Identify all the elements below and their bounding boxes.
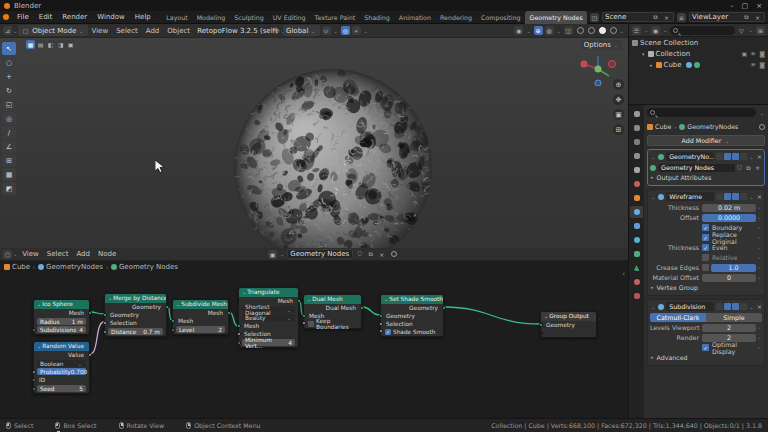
breadcrumb-object[interactable]: Cube — [655, 123, 671, 130]
ortho-toggle-icon[interactable]: ⊞ — [613, 124, 624, 135]
menu-render[interactable]: Render — [57, 13, 92, 21]
even-checkbox[interactable]: ✓ — [702, 244, 709, 251]
tab-animation[interactable]: Animation — [394, 11, 435, 24]
tool-annotate[interactable]: ∕ — [2, 126, 16, 139]
collapse-icon[interactable]: ⌄ — [651, 304, 655, 310]
socket-geometry-in[interactable] — [379, 314, 383, 318]
viewport-toggle-icon[interactable] — [732, 153, 739, 160]
modifier-close-icon[interactable]: × — [757, 193, 762, 200]
crease-edges-checkbox[interactable] — [702, 264, 709, 271]
sidebar-toggle-arrow[interactable]: ‹ — [622, 270, 625, 278]
socket-mesh-out[interactable] — [88, 311, 92, 315]
vp-menu-select[interactable]: Select — [112, 27, 142, 35]
gizmos-icon[interactable]: ⊕ — [534, 26, 543, 35]
fake-user-shield-icon[interactable]: ⛉ — [355, 250, 364, 259]
modifier-close-icon[interactable]: × — [757, 303, 762, 310]
edit-mode-toggle-icon[interactable] — [716, 303, 723, 310]
socket-distance-in[interactable] — [103, 330, 107, 334]
scene-selector[interactable]: Scene ⧉ × — [602, 12, 674, 22]
viewport-toggle-icon[interactable] — [732, 303, 739, 310]
tab-view-layer[interactable] — [630, 150, 643, 162]
menu-file[interactable]: File — [12, 13, 34, 21]
rf-icon-1[interactable]: ▦ — [26, 40, 35, 49]
view-object-types-icon[interactable]: ◉ — [514, 26, 523, 35]
node-set-shade-smooth[interactable]: ⌄Set Shade Smooth Geometry Geometry Sele… — [380, 294, 444, 337]
socket-mesh-in[interactable] — [302, 314, 306, 318]
shading-wireframe-icon[interactable] — [577, 27, 584, 34]
offset-slider[interactable]: 0.0000 — [702, 214, 756, 222]
camera-view-icon[interactable]: ▣ — [613, 109, 624, 120]
tool-transform[interactable]: ◎ — [2, 112, 16, 125]
socket-probability-in[interactable] — [32, 370, 36, 374]
socket-geometry-out[interactable] — [165, 305, 169, 309]
breadcrumb-modifier[interactable]: GeometryNodes — [687, 123, 738, 130]
xray-toggle-icon[interactable]: ◫ — [564, 26, 573, 35]
crumb-tree[interactable]: Geometry Nodes — [119, 263, 178, 271]
socket-mesh-in[interactable] — [237, 324, 241, 328]
output-attributes-section[interactable]: ▸ Output Attributes — [650, 172, 762, 182]
outliner-search-input[interactable] — [670, 26, 734, 35]
overlays-icon[interactable]: ◍ — [545, 26, 554, 35]
outliner-row-collection[interactable]: ▾ Collection ▣ 👁 ◙ — [629, 48, 768, 59]
crumb-object[interactable]: Cube — [12, 263, 30, 271]
view-layer-icon[interactable]: ≡ — [677, 13, 686, 22]
tab-particles[interactable] — [630, 220, 643, 232]
collection-render-camera-icon[interactable]: ◙ — [759, 50, 765, 57]
vertex-group-section[interactable]: ▸Vertex Group — [650, 282, 762, 292]
tool-extra-1[interactable]: ▦ — [2, 168, 16, 181]
socket-seed-in[interactable] — [32, 387, 36, 391]
node-tree-selector[interactable]: Geometry Nodes — [287, 249, 353, 259]
proportional-edit-icon[interactable]: ◎ — [341, 26, 350, 35]
unlink-scene-icon[interactable]: × — [662, 13, 671, 22]
ne-menu-node[interactable]: Node — [94, 250, 120, 258]
optimal-display-checkbox[interactable]: ✓ — [702, 344, 709, 351]
node-editor-type-icon[interactable]: ⬡ — [3, 250, 12, 259]
tab-geometry-nodes[interactable]: Geometry Nodes — [525, 11, 587, 24]
crumb-modifier[interactable]: GeometryNodes — [46, 263, 103, 271]
modifier-close-icon[interactable]: × — [757, 153, 762, 160]
modifier-extras-icon[interactable]: ⌄ — [750, 154, 754, 160]
pin-icon[interactable] — [759, 124, 765, 130]
socket-mesh-out[interactable] — [297, 299, 301, 303]
fake-user-shield-icon[interactable]: ⛉ — [735, 163, 744, 172]
geometry-node-editor[interactable]: ⬡⌄ View Select Add Node ▣⌄ Geometry Node… — [0, 248, 628, 418]
socket-selection-in[interactable] — [379, 322, 383, 326]
collection-hide-eye-icon[interactable]: 👁 — [750, 50, 756, 57]
rf-icon-4[interactable]: ◨ — [56, 40, 65, 49]
remove-view-layer-icon[interactable]: × — [753, 13, 762, 22]
tab-shading[interactable]: Shading — [360, 11, 395, 24]
material-offset-field[interactable]: 0 — [702, 274, 756, 282]
tab-world[interactable] — [630, 178, 643, 190]
tab-layout[interactable]: Layout — [162, 11, 192, 24]
tab-modeling[interactable]: Modeling — [192, 11, 230, 24]
collection-exclude-checkbox[interactable]: ▣ — [742, 50, 748, 57]
boundary-checkbox[interactable]: ✓ — [702, 224, 709, 231]
level-field[interactable]: Level2 — [176, 326, 225, 333]
new-view-layer-icon[interactable]: ⧉ — [742, 13, 751, 22]
tab-texture[interactable] — [630, 290, 643, 302]
ne-menu-view[interactable]: View — [18, 250, 43, 258]
tool-scale[interactable]: ◱ — [2, 98, 16, 111]
keep-boundaries-checkbox[interactable] — [308, 321, 314, 327]
subdivision-modifier-name[interactable]: Subdivision — [666, 302, 713, 311]
outliner-editor-icon[interactable]: ☰ — [632, 26, 641, 35]
socket-mesh-in[interactable] — [171, 319, 175, 323]
menu-window[interactable]: Window — [92, 13, 130, 21]
socket-dual-mesh-out[interactable] — [360, 306, 364, 310]
tab-scene[interactable] — [630, 164, 643, 176]
options-dropdown[interactable]: Options ⌄ — [581, 40, 622, 50]
tree-pin-icon[interactable] — [391, 251, 397, 257]
tab-compositing[interactable]: Compositing — [477, 11, 525, 24]
edit-mode-toggle-icon[interactable] — [716, 153, 723, 160]
levels-viewport-field[interactable]: 2 — [702, 324, 756, 332]
cube-hide-eye-icon[interactable]: 👁 — [750, 61, 756, 68]
modifier-extras-icon[interactable]: ⌄ — [750, 304, 754, 310]
cube-render-camera-icon[interactable]: ◙ — [759, 61, 765, 68]
outliner-filter-mode-icon[interactable]: ◉ — [651, 26, 660, 35]
scene-icon[interactable]: ◳ — [590, 13, 599, 22]
socket-value-out[interactable] — [88, 353, 92, 357]
socket-selection-in[interactable] — [237, 332, 241, 336]
socket-subdivisions-in[interactable] — [32, 328, 36, 332]
socket-geometry-out[interactable] — [442, 306, 446, 310]
tab-sculpting[interactable]: Sculpting — [230, 11, 268, 24]
